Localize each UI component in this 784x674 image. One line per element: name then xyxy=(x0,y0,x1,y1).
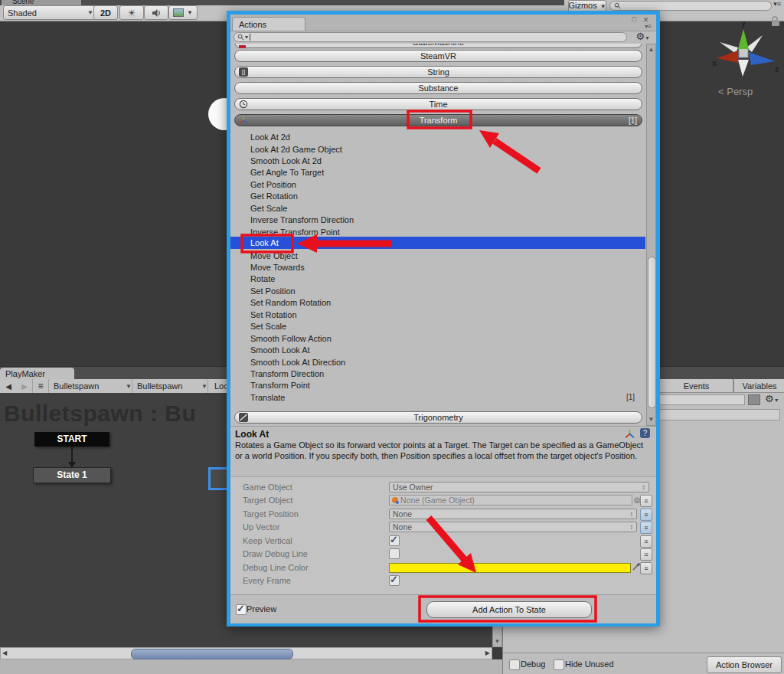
chevron-down-icon: ▼ xyxy=(201,383,207,390)
category-string[interactable]: [] String xyxy=(234,66,642,78)
menu-icon[interactable]: ≡ xyxy=(32,379,49,393)
window-menu-icon[interactable]: ▾≡ xyxy=(773,0,781,8)
draw-debug-line-checkbox[interactable] xyxy=(389,548,400,559)
param-label: Game Object xyxy=(243,483,292,492)
gear-icon[interactable]: ⚙▼ xyxy=(635,31,650,43)
text-cursor xyxy=(250,34,250,41)
window-menu-icon[interactable]: ▾≡ xyxy=(645,23,652,30)
axis-y-cone[interactable] xyxy=(738,29,749,49)
trigonometry-icon xyxy=(239,413,248,422)
action-item[interactable]: Translate[1] xyxy=(230,391,645,403)
tab-variables[interactable]: Variables xyxy=(733,379,784,392)
graph-horizontal-scrollbar[interactable]: ◀ ▶ xyxy=(0,647,492,659)
action-item[interactable]: Inverse Transform Direction xyxy=(230,214,645,225)
scroll-right-arrow[interactable]: ▶ xyxy=(485,649,490,656)
action-item[interactable]: Move Object xyxy=(230,250,645,261)
category-time[interactable]: Time xyxy=(234,98,642,110)
variable-menu-button[interactable]: ≡ xyxy=(640,535,652,548)
variable-menu-button[interactable]: ≡ xyxy=(640,562,652,574)
axis-neg-cone xyxy=(738,60,749,77)
color-swatch-button[interactable] xyxy=(748,394,760,405)
variable-menu-button[interactable]: ≡ xyxy=(640,548,652,561)
category-transform[interactable]: Transform [1] xyxy=(234,114,642,126)
debug-checkbox[interactable] xyxy=(509,659,520,670)
action-item[interactable]: Get Position xyxy=(230,178,645,190)
action-item[interactable]: Smooth Look At 2d xyxy=(230,155,645,166)
action-item[interactable]: Set Rotation xyxy=(230,309,645,320)
action-item[interactable]: Look At 2d xyxy=(230,131,645,142)
tab-playmaker[interactable]: PlayMaker xyxy=(0,368,74,380)
axis-x-cone[interactable] xyxy=(717,51,738,63)
action-browser-button[interactable]: Action Browser xyxy=(707,656,782,673)
action-item[interactable]: Transform Point xyxy=(230,379,645,391)
projection-mode-label[interactable]: < Persp xyxy=(718,86,753,97)
back-button[interactable]: ◀ xyxy=(0,382,17,391)
state-node-state1[interactable]: State 1 xyxy=(33,467,111,483)
category-steamvr[interactable]: SteamVR xyxy=(234,50,642,62)
add-action-to-state-button[interactable]: Add Action To State xyxy=(426,601,592,618)
action-item[interactable]: Look At 2d Game Object xyxy=(230,143,645,155)
scroll-down-arrow[interactable]: ▼ xyxy=(493,637,501,646)
action-item[interactable]: Set Scale xyxy=(230,320,645,332)
action-item[interactable]: Move Towards xyxy=(230,261,645,273)
hide-unused-checkbox[interactable] xyxy=(554,659,564,670)
action-item[interactable]: Rotate xyxy=(230,273,645,284)
scene-effects-button[interactable]: ▼ xyxy=(168,5,198,20)
tab-scene[interactable]: Scene xyxy=(2,0,81,5)
action-item[interactable]: Set Random Rotation xyxy=(230,296,645,308)
action-item[interactable]: Transform Direction xyxy=(230,368,645,379)
game-object-dropdown[interactable]: Use Owner↕ xyxy=(389,482,649,492)
scrollbar-thumb[interactable] xyxy=(131,649,293,659)
action-item[interactable]: Smooth Follow Action xyxy=(230,332,645,344)
up-vector-dropdown[interactable]: None↕ xyxy=(389,522,637,532)
action-item[interactable]: Inverse Transform Point xyxy=(230,226,645,237)
variable-menu-button[interactable]: ≡ xyxy=(640,495,652,507)
fsm-selector-1[interactable]: Bulletspawn▼ xyxy=(49,379,132,393)
scene-search-input[interactable] xyxy=(609,1,772,11)
every-frame-checkbox[interactable] xyxy=(389,575,400,586)
help-icon[interactable]: ? xyxy=(640,428,650,438)
actions-window: Actions □ × ▾≡ ▾ ⚙▼ StateMachine SteamVR… xyxy=(227,11,660,627)
scroll-up-arrow[interactable]: ▲ xyxy=(647,45,655,54)
state-node-start[interactable]: START xyxy=(34,432,109,447)
action-item[interactable]: Smooth Look At xyxy=(230,344,645,355)
updown-icon: ↕ xyxy=(630,523,634,531)
target-position-dropdown[interactable]: None↕ xyxy=(389,509,637,519)
action-item[interactable]: Get Scale xyxy=(230,202,645,214)
debug-line-color-swatch[interactable] xyxy=(389,563,631,573)
action-item[interactable]: Smooth Look At Direction xyxy=(230,356,645,368)
param-row: Up Vector None↕ ≡ xyxy=(230,521,656,533)
shading-mode-dropdown[interactable]: Shaded▼ xyxy=(3,5,98,20)
actions-search-input[interactable]: ▾ xyxy=(234,32,627,42)
toggle-2d-button[interactable]: 2D xyxy=(93,5,118,20)
action-item[interactable]: Get Angle To Target xyxy=(230,166,645,178)
category-clipped[interactable]: StateMachine xyxy=(230,44,645,48)
action-item[interactable]: Set Position xyxy=(230,285,645,296)
scroll-left-arrow[interactable]: ◀ xyxy=(2,649,7,656)
tab-events[interactable]: Events xyxy=(659,379,733,392)
variable-menu-button[interactable]: ≡ xyxy=(640,509,652,521)
action-item[interactable]: Get Rotation xyxy=(230,190,645,201)
scene-orientation-gizmo[interactable]: y x z xyxy=(710,17,781,87)
action-item-selected[interactable]: Look At xyxy=(230,237,645,249)
fsm-selector-2[interactable]: Bulletspawn▼ xyxy=(132,379,208,393)
scene-lighting-button[interactable]: ☀ xyxy=(119,5,144,20)
scrollbar-thumb[interactable] xyxy=(648,257,656,408)
variable-menu-button[interactable]: ≡ xyxy=(640,522,652,534)
scene-audio-button[interactable] xyxy=(144,5,168,20)
gear-icon[interactable]: ⚙▼ xyxy=(765,394,779,405)
actions-titlebar[interactable]: Actions □ × ▾≡ xyxy=(230,15,656,31)
keep-vertical-checkbox[interactable] xyxy=(389,535,400,546)
target-object-field[interactable]: None (Game Object) xyxy=(389,495,632,506)
category-trigonometry[interactable]: Trigonometry xyxy=(234,411,642,424)
maximize-icon[interactable]: □ xyxy=(632,15,636,23)
axis-z-cone[interactable] xyxy=(749,52,775,65)
scroll-down-arrow[interactable]: ▼ xyxy=(647,415,655,424)
preview-checkbox[interactable] xyxy=(236,604,247,615)
gizmo-cube[interactable] xyxy=(739,48,748,57)
category-substance[interactable]: Substance xyxy=(234,82,642,94)
forward-button[interactable]: ▶ xyxy=(17,382,32,391)
axis-y-label: y xyxy=(741,18,746,28)
actions-tab[interactable]: Actions xyxy=(232,17,305,31)
actions-vertical-scrollbar[interactable]: ▲ ▼ xyxy=(646,44,656,426)
